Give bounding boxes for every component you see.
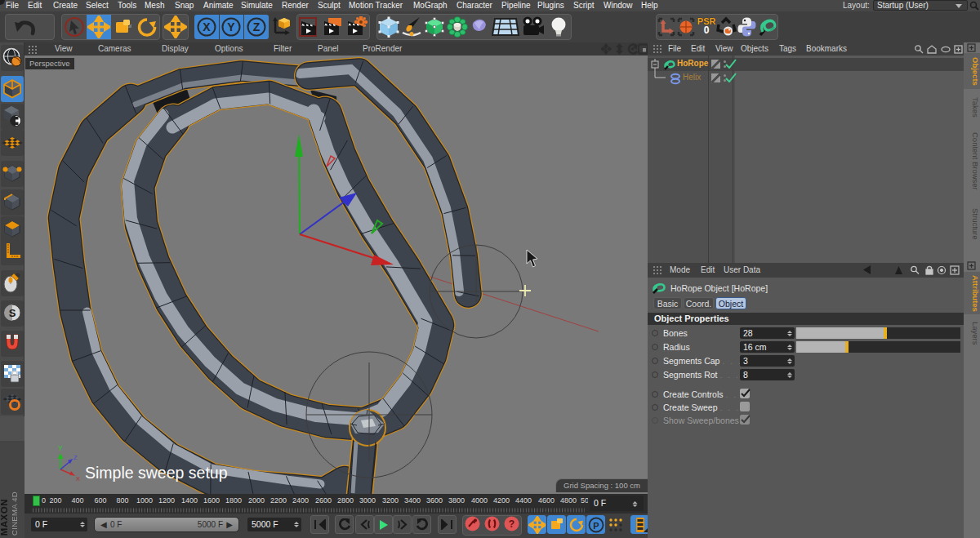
svg-text:Z: Z (74, 454, 78, 461)
svg-text:X: X (76, 475, 80, 482)
svg-text:S: S (9, 307, 16, 319)
svg-text:X: X (203, 20, 211, 33)
svg-text:Y: Y (228, 20, 236, 33)
svg-text:P: P (593, 520, 599, 530)
svg-text:Z: Z (252, 20, 260, 33)
svg-text:Y: Y (58, 444, 63, 452)
svg-text:?: ? (509, 518, 514, 530)
